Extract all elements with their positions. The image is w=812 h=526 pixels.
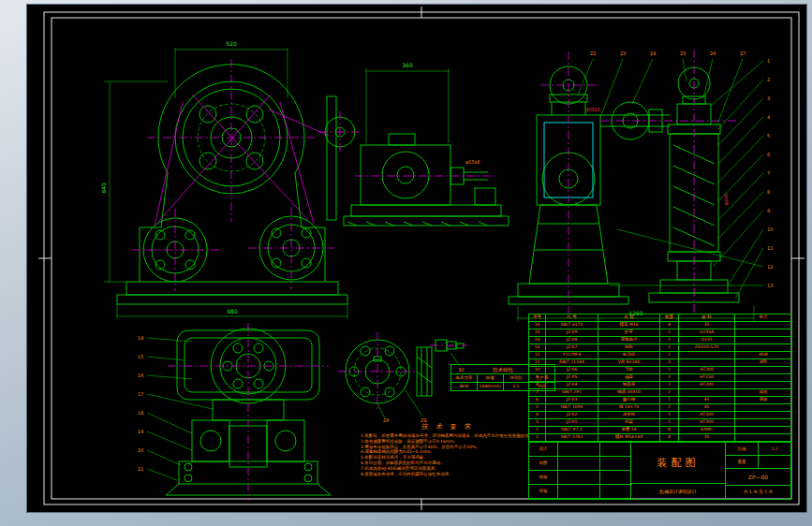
note-line: 1.装配前，所有零件用煤油清洗干净，滚动轴承用汽油清洗，机体内不允许有任何杂物存… (361, 433, 535, 439)
part-qty: 1 (660, 419, 679, 427)
dim-label-motor-width: 360 (402, 62, 413, 68)
part-qty: 1 (660, 352, 679, 359)
weight-value (759, 456, 790, 468)
callout-number: 11 (767, 245, 773, 251)
organization-name: 机械设计课程设计 (631, 484, 725, 499)
part-name: 轴承座 (598, 382, 660, 389)
part-material: 65Mn (679, 427, 735, 434)
parameter-header: 传动比 (503, 374, 529, 383)
part-name: 飞轮 (598, 367, 660, 374)
technical-notes: 技 术 要 求 1.装配前，所有零件用煤油清洗干净，滚动轴承用汽油清洗，机体内不… (361, 422, 535, 476)
part-material (679, 352, 735, 359)
callout-number: 20 (138, 447, 143, 453)
parts-row: 4 JZ-02 皮带轮 1 HT200 (529, 412, 792, 419)
signature-label: 设计 (529, 443, 558, 456)
part-qty: 2 (660, 389, 679, 397)
callout-number: 10 (767, 226, 773, 232)
parts-header-cell: 数量 (660, 314, 679, 322)
part-remark (735, 337, 792, 344)
signature-date (600, 471, 630, 484)
part-code: JZ-09 (546, 329, 598, 337)
part-name: 电动机 (598, 352, 660, 359)
parts-row: 11 GB/T 11544 V带 B2240 3 B型 (529, 359, 792, 367)
callout-number: 22 (590, 51, 596, 56)
part-material: 45 (679, 404, 735, 412)
drawing-canvas[interactable]: 520 640 980 (26, 4, 807, 513)
part-code: Y112M-4 (546, 352, 598, 359)
scale-label: 比例 (726, 443, 759, 455)
parts-row: 10 JZ-06 飞轮 1 HT200 (529, 367, 792, 374)
part-qty: 1 (660, 367, 679, 374)
side-view: 1250 30310 φ240 (509, 50, 754, 321)
signature-row: 校核 (529, 471, 630, 485)
part-no: 14 (529, 337, 546, 344)
drawing-number: ZP—00 (726, 469, 790, 486)
part-qty: 1 (660, 329, 679, 337)
callout-number: 13 (767, 283, 773, 288)
part-code: GB/T 97.1 (546, 427, 598, 434)
part-material: ZG310-570 (679, 344, 735, 352)
parts-row: 7 GB/T 297 轴承 30310 2 成对 (529, 389, 792, 397)
parts-header-cell: 名 称 (598, 314, 660, 322)
part-code: GB/T 1096 (546, 404, 598, 412)
label-shaft-fit: φ55k6 (465, 159, 480, 166)
part-no: 5 (529, 404, 546, 412)
callout-number: 23 (620, 51, 626, 56)
part-remark: 成对 (735, 389, 792, 397)
parts-header-row: 序号代 号名 称数量材 料备注 (529, 314, 792, 322)
part-name: 辊轮 (598, 344, 660, 352)
part-no: 7 (529, 389, 546, 397)
callout-number: 18 (138, 410, 143, 416)
signature-row: 审核 (529, 485, 630, 499)
parts-row: 14 JZ-08 调整垫片 2 Q235 (529, 337, 792, 344)
signature-date (600, 457, 630, 470)
part-name: 键 14×70 (598, 404, 660, 412)
signature-label: 校核 (529, 471, 558, 484)
part-code: JZ-07 (546, 344, 598, 352)
front-view: 520 640 980 (100, 40, 347, 319)
callout-number: 14 (138, 335, 143, 341)
part-material: HT200 (679, 412, 735, 419)
part-remark: B型 (735, 359, 792, 367)
part-material: HT200 (679, 367, 735, 374)
part-qty: 1 (660, 412, 679, 419)
signature-name (558, 457, 600, 470)
part-code: GB/T 11544 (546, 359, 598, 367)
part-name: V带 B2240 (598, 359, 660, 367)
parts-header-cell: 材 料 (679, 314, 735, 322)
note-line: 8.表面涂灰色油漆，运动件外露部分涂红色油漆。 (361, 472, 535, 477)
part-name: 螺母 M16 (598, 322, 660, 329)
part-remark (735, 322, 792, 329)
parts-row: 12 Y112M-4 电动机 1 4kW (529, 352, 792, 359)
part-no: 3 (529, 419, 546, 427)
signature-row: 制图 (529, 457, 630, 471)
part-remark (735, 374, 792, 382)
signature-date (600, 485, 630, 498)
title-block: 设计 制图 校核 审核 (528, 442, 791, 500)
part-name: 机架 (598, 419, 660, 427)
part-no: 4 (529, 412, 546, 419)
callout-number: 19 (138, 429, 143, 434)
callout-number: 9 (767, 208, 770, 213)
part-qty: 2 (660, 404, 679, 412)
callout-leaders-left: 14 15 16 17 18 19 20 21 (138, 335, 213, 480)
dim-label-base-width: 980 (227, 308, 238, 314)
part-name: 端盖 (598, 374, 660, 382)
parts-row: 13 JZ-07 辊轮 2 ZG310-570 (529, 344, 792, 352)
part-name: 皮带轮 (598, 412, 660, 419)
callout-number: 26 (710, 51, 716, 56)
callout-number: 15 (138, 354, 143, 359)
signature-label: 审核 (529, 485, 558, 498)
front-centerlines (132, 59, 334, 291)
part-no: 10 (529, 367, 546, 374)
parts-row: 8 JZ-04 轴承座 2 HT200 (529, 382, 792, 389)
callout-number: 25 (680, 51, 686, 56)
signature-name (558, 471, 600, 484)
parts-row: 5 GB/T 1096 键 14×70 2 45 (529, 404, 792, 412)
part-qty: 8 (660, 434, 679, 442)
part-no: 16 (529, 322, 546, 329)
parameter-value: 3.5 (503, 383, 529, 391)
signature-label: 制图 (529, 457, 558, 470)
part-name: 偏心轴 (598, 397, 660, 404)
part-material: Q235A (679, 329, 735, 337)
